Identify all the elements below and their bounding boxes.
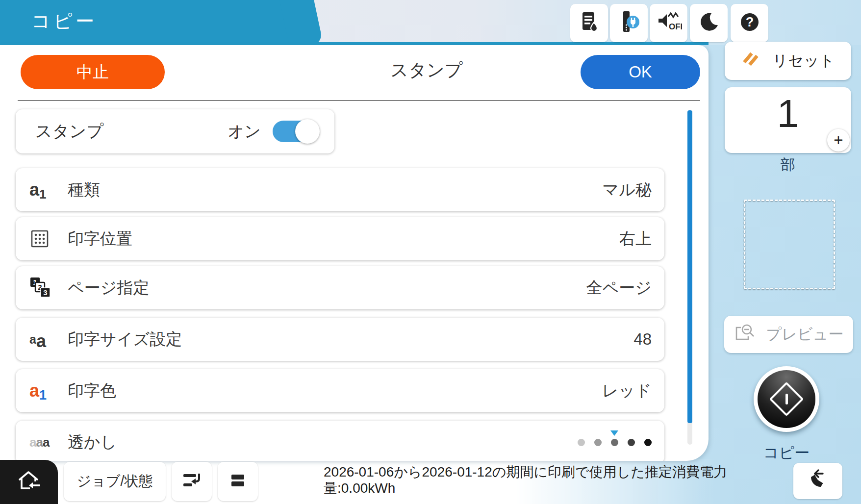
stamp-type-icon: a1 [29, 179, 62, 200]
setting-value: レッド [602, 380, 652, 402]
setting-label: 透かし [68, 431, 117, 454]
setting-label: 印字色 [68, 380, 116, 402]
density-dot [611, 439, 618, 446]
tab-copy-label: コピー [0, 0, 304, 42]
home-icon [15, 468, 43, 496]
setting-row-pages[interactable]: 1 2 3 ページ指定 全ページ [16, 266, 664, 309]
cancel-button[interactable]: 中止 [21, 55, 165, 89]
start-copy-label: コピー [754, 443, 819, 463]
setting-value: 48 [633, 330, 652, 349]
setting-label: 種類 [68, 179, 100, 201]
setting-label: ページ指定 [68, 277, 150, 299]
setting-value: 右上 [619, 228, 652, 250]
svg-text:?: ? [745, 15, 754, 29]
page-title: スタンプ [390, 58, 462, 82]
sound-off-icon: OFF [656, 10, 682, 36]
toggle-knob [295, 119, 320, 144]
home-button[interactable] [0, 460, 58, 504]
setting-row-type[interactable]: a1 種類 マル秘 [16, 168, 664, 211]
preview-magnifier-icon [734, 323, 758, 346]
setting-value: マル秘 [602, 179, 652, 201]
scrollbar-thumb[interactable] [687, 110, 692, 423]
supply-status-button[interactable] [570, 4, 608, 42]
help-button[interactable]: ? [731, 4, 768, 42]
stacked-trays-icon [228, 471, 248, 492]
device-network-icon [617, 10, 641, 36]
sound-off-button[interactable]: OFF [650, 4, 687, 42]
interrupt-job-button[interactable] [172, 462, 212, 501]
stamp-toggle-row[interactable]: スタンプ オン [16, 109, 334, 153]
stamp-toggle-label: スタンプ [35, 120, 103, 143]
list-scrollbar[interactable] [687, 110, 692, 445]
job-status-label: ジョブ/状態 [76, 472, 152, 491]
device-network-button[interactable] [610, 4, 648, 42]
reset-label: リセット [773, 50, 835, 71]
print-size-icon: aa [29, 329, 62, 350]
help-icon: ? [738, 11, 761, 35]
sleep-mode-button[interactable] [690, 4, 728, 42]
reset-button[interactable]: リセット [725, 42, 851, 80]
fax-receive-button[interactable] [793, 463, 842, 499]
job-status-button[interactable]: ジョブ/状態 [64, 462, 166, 501]
preview-button[interactable]: プレビュー [724, 316, 853, 353]
stamp-toggle-switch[interactable] [273, 121, 318, 142]
supply-status-icon [578, 10, 601, 36]
density-dot [628, 439, 635, 446]
tab-copy[interactable]: コピー [0, 0, 304, 45]
setting-row-size[interactable]: aa 印字サイズ設定 48 [16, 318, 664, 361]
density-marker-icon [610, 430, 618, 436]
svg-text:3: 3 [43, 288, 47, 297]
setting-row-color[interactable]: a1 印字色 レッド [16, 369, 664, 412]
preview-label: プレビュー [766, 324, 844, 345]
power-consumption-message: 2026-01-06から2026-01-12の期間に印刷で使用した推定消費電力 … [324, 464, 794, 496]
setting-label: 印字サイズ設定 [68, 328, 182, 351]
start-copy-button[interactable] [754, 366, 819, 432]
stamp-toggle-state-label: オン [228, 121, 261, 143]
header-divider [18, 100, 700, 101]
start-icon [758, 370, 815, 428]
print-position-icon [29, 228, 62, 249]
setting-label: 印字位置 [68, 228, 132, 250]
sleep-icon [698, 11, 720, 35]
reset-slashes-icon [741, 50, 760, 72]
stamp-settings-panel: 中止 スタンプ OK スタンプ オン a1 種類 マル秘 [0, 45, 709, 461]
setting-row-position[interactable]: 印字位置 右上 [16, 217, 664, 260]
setting-value: 全ページ [586, 277, 652, 299]
density-dot [594, 439, 602, 446]
print-color-icon: a1 [29, 380, 62, 401]
increment-button[interactable]: + [827, 129, 850, 151]
watermark-icon: aaa [29, 435, 62, 450]
density-dots-indicator [578, 439, 652, 446]
density-dot [644, 439, 652, 446]
paper-setting-button[interactable] [218, 462, 258, 501]
document-placement-outline [744, 200, 835, 289]
ok-button[interactable]: OK [581, 55, 700, 89]
copies-value: 1 [725, 91, 851, 136]
start-bar-icon [785, 394, 788, 404]
setting-row-watermark[interactable]: aaa 透かし [16, 421, 664, 461]
svg-text:OFF: OFF [669, 22, 682, 31]
page-range-icon: 1 2 3 [29, 277, 62, 299]
phone-incoming-icon [807, 469, 829, 493]
printer-touchscreen: コピー [0, 0, 861, 504]
density-dot [578, 439, 585, 446]
copies-counter[interactable]: 1 + [725, 87, 851, 153]
interrupt-job-icon [181, 471, 202, 492]
copies-unit-label: 部 [725, 155, 851, 175]
